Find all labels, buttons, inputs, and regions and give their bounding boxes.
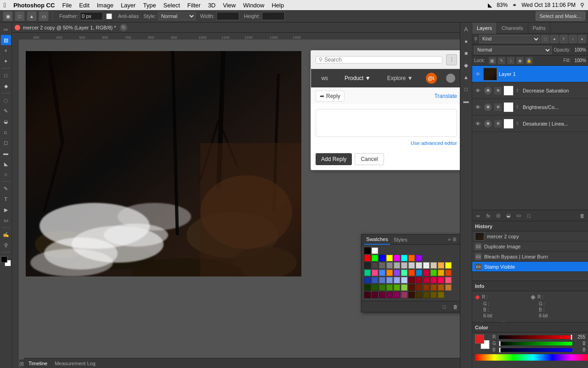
- g-slider-thumb[interactable]: [499, 341, 501, 346]
- anti-alias-checkbox[interactable]: [106, 13, 112, 19]
- r-slider-thumb[interactable]: [571, 334, 572, 340]
- swatch-p4[interactable]: [386, 284, 393, 291]
- r-slider-track[interactable]: [499, 335, 572, 339]
- swatch-m4[interactable]: [386, 270, 393, 276]
- swatch-red[interactable]: [364, 255, 371, 261]
- swatch-yellow-bright[interactable]: [445, 262, 452, 269]
- swatch-orange[interactable]: [408, 255, 415, 261]
- history-item-3[interactable]: ▭ Bleach Bypass | Linear Burn: [472, 252, 588, 262]
- add-layer-style-button[interactable]: fx: [484, 212, 492, 220]
- tab-layers[interactable]: Layers: [472, 23, 497, 34]
- swatch-blue[interactable]: [379, 255, 385, 261]
- lock-pixels-icon[interactable]: ✎: [498, 57, 505, 64]
- new-swatch-button[interactable]: □: [441, 303, 448, 310]
- swatch-gray-6[interactable]: [401, 262, 407, 269]
- swatch-gray-2[interactable]: [372, 262, 378, 269]
- advanced-editor-link[interactable]: Use advanced editor: [316, 140, 457, 146]
- eyedropper-left-icon[interactable]: ◆: [475, 293, 480, 300]
- eyedropper-tool[interactable]: ◆: [1, 81, 11, 91]
- eraser-tool[interactable]: ◻: [1, 138, 11, 148]
- foreground-color-swatch[interactable]: [1, 256, 7, 263]
- swatch-gray-warm[interactable]: [430, 262, 437, 269]
- shape-tool[interactable]: ▭: [1, 215, 11, 225]
- history-item-1[interactable]: mercer 2 copy: [472, 231, 588, 242]
- swatch-p11[interactable]: [438, 284, 444, 291]
- swatches-tab[interactable]: Swatches: [364, 235, 390, 245]
- new-group-button[interactable]: ▭: [514, 212, 523, 220]
- swatch-n4[interactable]: [386, 277, 393, 283]
- swatch-gray-4[interactable]: [386, 262, 393, 269]
- healing-tool[interactable]: ◌: [1, 95, 11, 105]
- layer-4-visibility-icon[interactable]: 👁: [474, 120, 481, 127]
- brush-tool[interactable]: ✎: [1, 106, 11, 116]
- layer-filter-smart-icon[interactable]: ♦: [578, 35, 586, 43]
- feather-input[interactable]: [80, 12, 103, 20]
- refresh-button[interactable]: ↻: [120, 24, 127, 31]
- swatch-q5[interactable]: [394, 292, 400, 298]
- b-slider-thumb[interactable]: [499, 347, 501, 353]
- swatch-q1[interactable]: [364, 292, 371, 298]
- swatch-n2[interactable]: [372, 277, 378, 283]
- marquee-opt2-btn[interactable]: ▲: [27, 11, 37, 21]
- fill-value[interactable]: 100%: [572, 58, 586, 63]
- swatch-n1[interactable]: [364, 277, 371, 283]
- comment-search-box[interactable]: ⚲: [316, 56, 442, 63]
- add-reply-button[interactable]: Add Reply: [316, 153, 352, 165]
- swatch-orange-light[interactable]: [438, 262, 444, 269]
- reply-text-area[interactable]: [316, 109, 457, 137]
- user-avatar[interactable]: [446, 74, 455, 83]
- swatch-n7[interactable]: [408, 277, 415, 283]
- swatch-gray-3[interactable]: [379, 262, 385, 269]
- swatch-yellow[interactable]: [386, 255, 393, 261]
- document-tab-title[interactable]: mercer 2 copy @ 50% (Layer 1, RGB/8) *: [23, 25, 116, 30]
- collapsed-panel-3[interactable]: ■: [461, 48, 471, 58]
- collapsed-panel-1[interactable]: A: [461, 24, 471, 34]
- height-input[interactable]: [262, 12, 285, 20]
- search-input[interactable]: [324, 57, 439, 63]
- swatch-m11[interactable]: [438, 270, 444, 276]
- lock-artboard-icon[interactable]: ◉: [516, 57, 524, 64]
- swatch-p2[interactable]: [372, 284, 378, 291]
- measurement-log-tab[interactable]: Measurement Log: [53, 361, 97, 366]
- swatch-m2[interactable]: [372, 270, 378, 276]
- swatch-q4[interactable]: [386, 292, 393, 298]
- tab-close-button[interactable]: ×: [15, 25, 20, 30]
- layer-kind-select[interactable]: Kind: [479, 35, 540, 43]
- menu-filter[interactable]: Filter: [187, 2, 201, 9]
- swatch-q9[interactable]: [423, 292, 430, 298]
- marquee-rect-btn[interactable]: ▣: [3, 11, 13, 21]
- swatch-n5[interactable]: [394, 277, 400, 283]
- swatch-green[interactable]: [372, 255, 378, 261]
- layer-3-visibility-icon[interactable]: 👁: [474, 104, 481, 111]
- layer-filter-type-icon[interactable]: T: [560, 35, 568, 43]
- menu-file[interactable]: File: [62, 2, 72, 9]
- pen-tool[interactable]: ✎: [1, 184, 11, 194]
- layer-2-visibility-icon[interactable]: 👁: [474, 87, 481, 94]
- styles-tab[interactable]: Styles: [392, 235, 409, 245]
- layer-item-2[interactable]: 👁 ⊕ ⊘ ⇧ Decrease Saturation: [472, 82, 588, 99]
- marquee-tool[interactable]: ▧: [1, 35, 11, 45]
- swatch-gray-8[interactable]: [416, 262, 422, 269]
- width-input[interactable]: [216, 12, 239, 20]
- menu-select[interactable]: Select: [164, 2, 180, 9]
- path-selection-tool[interactable]: ▶: [1, 205, 11, 215]
- tab-channels[interactable]: Channels: [497, 23, 528, 34]
- clone-stamp-tool[interactable]: ◒: [1, 116, 11, 126]
- menu-image[interactable]: Image: [97, 2, 113, 9]
- swatch-m5[interactable]: [394, 270, 400, 276]
- swatch-p7[interactable]: [408, 284, 415, 291]
- swatch-gray-9[interactable]: [423, 262, 430, 269]
- layer-item-1[interactable]: 👁 Layer 1: [472, 66, 588, 82]
- collapsed-panel-2[interactable]: ●: [461, 36, 471, 46]
- swatches-expand-icon[interactable]: »: [448, 237, 451, 242]
- swatch-n8[interactable]: [416, 277, 422, 283]
- reply-button[interactable]: ➦ Reply: [316, 91, 345, 102]
- tab-paths[interactable]: Paths: [528, 23, 551, 34]
- swatch-q2[interactable]: [372, 292, 378, 298]
- collapsed-panel-7[interactable]: ▬: [461, 96, 471, 106]
- swatch-white[interactable]: [372, 247, 378, 254]
- swatch-n12[interactable]: [445, 277, 452, 283]
- type-tool[interactable]: T: [1, 194, 11, 204]
- nav-item-ws[interactable]: ws: [317, 75, 332, 81]
- collapse-panel-button[interactable]: ⋮: [446, 54, 457, 65]
